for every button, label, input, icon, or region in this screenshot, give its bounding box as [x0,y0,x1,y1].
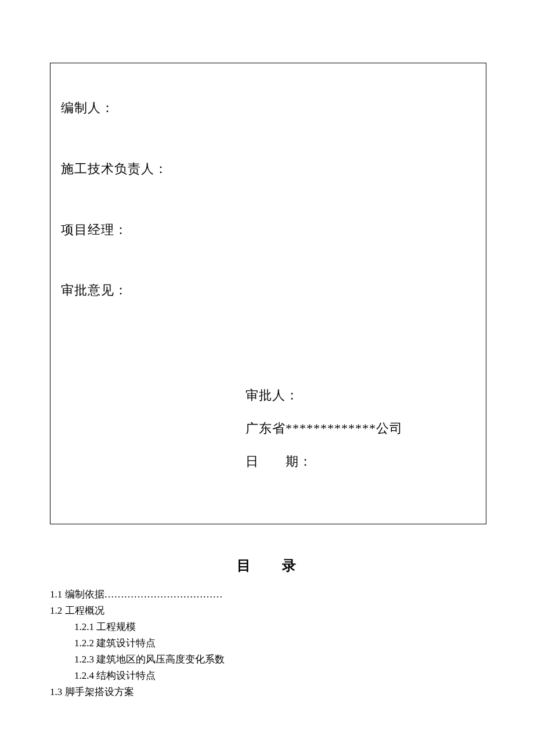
toc-item-1-2-1: 1.2.1 工程规模 [74,619,225,635]
toc-list: 1.1 编制依据……………………………… 1.2 工程概况 1.2.1 工程规模… [50,586,225,700]
toc-item-1-1: 1.1 编制依据……………………………… [50,586,225,603]
approval-block: 审批人： 广东省*************公司 日 期： [246,387,475,470]
company-name: 广东省*************公司 [246,420,475,438]
toc-item-1-2-3: 1.2.3 建筑地区的风压高度变化系数 [74,651,225,668]
approver-field: 审批人： [246,387,475,405]
date-field: 日 期： [246,453,475,471]
tech-lead-field: 施工技术负责人： [61,160,475,178]
compiler-field: 编制人： [61,99,475,117]
toc-item-1-3: 1.3 脚手架搭设方案 [50,684,225,700]
project-manager-field: 项目经理： [61,221,475,239]
toc-item-1-2-4: 1.2.4 结构设计特点 [74,668,225,684]
toc-heading: 目 录 [0,556,534,575]
document-frame: 编制人： 施工技术负责人： 项目经理： 审批意见： 审批人： 广东省******… [50,63,486,524]
approval-opinion-field: 审批意见： [61,282,475,300]
toc-item-1-2: 1.2 工程概况 [50,603,225,619]
toc-item-1-2-2: 1.2.2 建筑设计特点 [74,635,225,651]
